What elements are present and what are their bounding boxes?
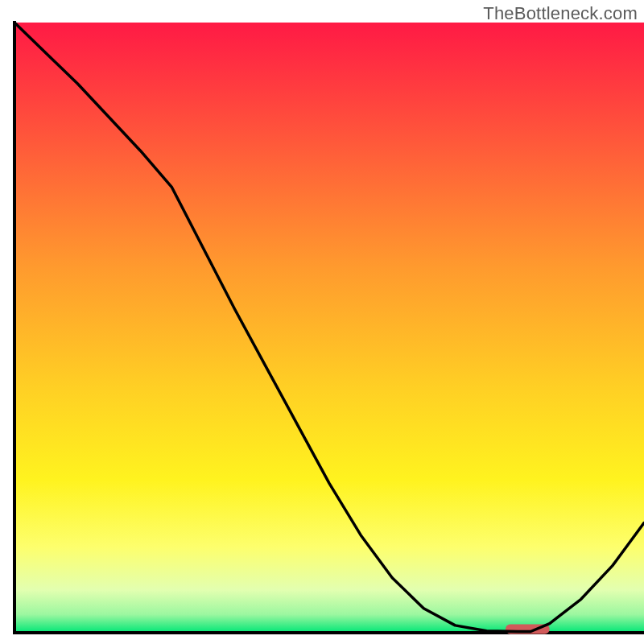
bottleneck-chart: [0, 0, 644, 644]
plot-background: [14, 23, 644, 633]
chart-container: { "attribution": "TheBottleneck.com", "c…: [0, 0, 644, 644]
attribution-text: TheBottleneck.com: [483, 3, 638, 24]
